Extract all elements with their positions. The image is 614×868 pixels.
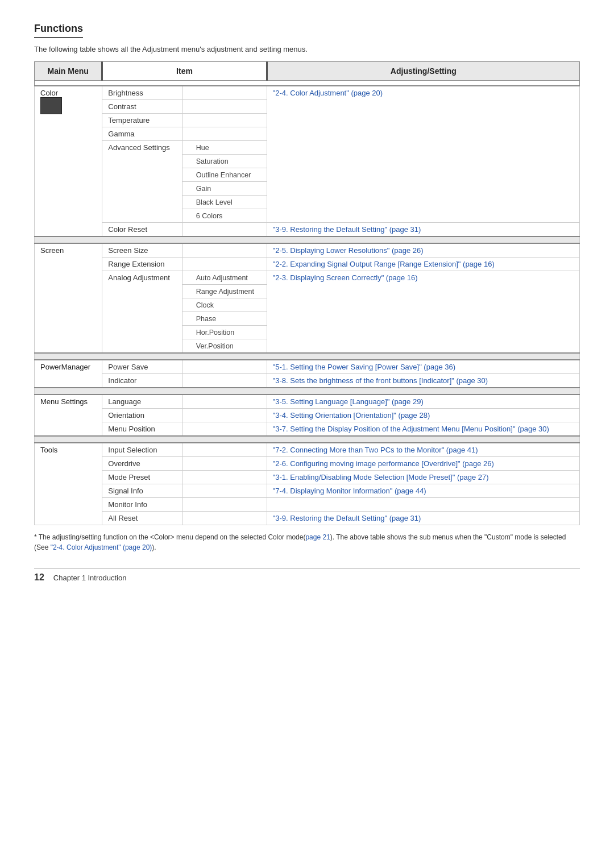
color-gamma-item: Gamma <box>102 127 182 141</box>
chapter-label: Chapter 1 Introduction <box>53 574 127 582</box>
input-sel-setting: "7-2. Connecting More than Two PCs to th… <box>267 443 579 457</box>
language-setting: "3-5. Setting Language [Language]" (page… <box>267 394 579 409</box>
horpos-sub: Hor.Position <box>182 326 267 339</box>
footnote-link2: "2-4. Color Adjustment" (page 20) <box>51 543 152 551</box>
all-reset-label: All Reset <box>108 514 138 522</box>
blacklevel-sub-item: Black Level <box>182 196 267 209</box>
brightness-label: Brightness <box>108 89 143 97</box>
range-extension-label: Range Extension <box>108 260 164 268</box>
phase-sub: Phase <box>182 312 267 326</box>
orientation-item: Orientation <box>102 409 182 422</box>
temperature-label: Temperature <box>108 116 150 124</box>
main-menu-header: Main Menu <box>35 62 102 81</box>
spacer-row <box>35 81 580 86</box>
mode-preset-row: Mode Preset "3-1. Enabling/Disabling Mod… <box>35 471 580 484</box>
mode-preset-label: Mode Preset <box>108 473 150 481</box>
indicator-row: Indicator "3-8. Sets the brightness of t… <box>35 374 580 388</box>
gain-sub-item: Gain <box>182 182 267 196</box>
gain-label: Gain <box>188 185 211 193</box>
analog-adjustment-label: Analog Adjustment <box>108 273 169 282</box>
analog-auto-row: Analog Adjustment Auto Adjustment "2-3. … <box>35 271 580 285</box>
input-sel-item: Input Selection <box>102 443 182 457</box>
gap-row-4 <box>35 436 580 443</box>
saturation-sub-item: Saturation <box>182 155 267 168</box>
color-reset-label: Color Reset <box>108 225 147 234</box>
color-section-start: Color Brightness "2-4. Color Adjustment"… <box>35 86 580 100</box>
page-footer: 12 Chapter 1 Introduction <box>34 568 580 583</box>
all-reset-setting: "3-9. Restoring the Default Setting" (pa… <box>267 512 579 525</box>
signal-info-row: Signal Info "7-4. Displaying Monitor Inf… <box>35 484 580 498</box>
input-selection-label: Input Selection <box>108 446 157 454</box>
menu-pos-setting: "3-7. Setting the Display Position of th… <box>267 422 579 437</box>
analog-adj-item: Analog Adjustment <box>102 271 182 354</box>
hue-label: Hue <box>188 144 209 152</box>
all-reset-item: All Reset <box>102 512 182 525</box>
color-reset-row: Color Reset "3-9. Restoring the Default … <box>35 223 580 237</box>
signal-info-label: Signal Info <box>108 487 143 495</box>
tools-section-start: Tools Input Selection "7-2. Connecting M… <box>35 443 580 457</box>
mode-preset-setting: "3-1. Enabling/Disabling Mode Selection … <box>267 471 579 484</box>
screen-size-item: Screen Size <box>102 243 182 258</box>
powermanager-label: PowerManager <box>40 363 90 371</box>
tools-main-menu: Tools <box>35 443 102 525</box>
monitor-info-item: Monitor Info <box>102 498 182 512</box>
color-setting-link: "2-4. Color Adjustment" (page 20) <box>267 86 579 223</box>
monitor-info-setting <box>267 498 579 512</box>
mode-preset-item: Mode Preset <box>102 471 182 484</box>
page-number: 12 <box>34 572 44 583</box>
powermanager-main-menu: PowerManager <box>35 360 102 388</box>
saturation-label: Saturation <box>188 157 229 165</box>
adjusting-setting-header: Adjusting/Setting <box>267 62 579 81</box>
overdrive-label: Overdrive <box>108 459 140 468</box>
range-adj-sub: Range Adjustment <box>182 285 267 298</box>
menu-settings-label: Menu Settings <box>40 397 88 406</box>
screen-label: Screen <box>40 246 64 255</box>
color-main-menu: Color <box>35 86 102 236</box>
functions-table: Main Menu Item Adjusting/Setting Color B… <box>34 61 580 525</box>
gap-row-1 <box>35 236 580 243</box>
orientation-row: Orientation "3-4. Setting Orientation [O… <box>35 409 580 422</box>
auto-adjustment-label: Auto Adjustment <box>188 274 248 282</box>
intro-paragraph: The following table shows all the Adjust… <box>34 45 580 53</box>
color-contrast-item: Contrast <box>102 100 182 114</box>
screen-section-start: Screen Screen Size "2-5. Displaying Lowe… <box>35 243 580 258</box>
overdrive-row: Overdrive "2-6. Configuring moving image… <box>35 457 580 471</box>
orientation-label: Orientation <box>108 411 144 420</box>
all-reset-row: All Reset "3-9. Restoring the Default Se… <box>35 512 580 525</box>
signal-info-setting: "7-4. Displaying Monitor Information" (p… <box>267 484 579 498</box>
power-save-label: Power Save <box>108 363 148 371</box>
range-adjustment-label: Range Adjustment <box>188 288 254 296</box>
page-title: Functions <box>34 23 83 38</box>
color-reset-setting: "3-9. Restoring the Default Setting" (pa… <box>267 223 579 237</box>
black-level-label: Black Level <box>188 198 233 206</box>
clock-label: Clock <box>188 301 214 309</box>
color-label: Color <box>40 89 58 97</box>
overdrive-item: Overdrive <box>102 457 182 471</box>
menu-settings-main-menu: Menu Settings <box>35 394 102 436</box>
hor-position-label: Hor.Position <box>188 329 234 337</box>
range-extension-row: Range Extension "2-2. Expanding Signal O… <box>35 258 580 271</box>
sixcolors-sub-item: 6 Colors <box>182 209 267 223</box>
menu-settings-section-start: Menu Settings Language "3-5. Setting Lan… <box>35 394 580 409</box>
verpos-sub: Ver.Position <box>182 339 267 354</box>
color-brightness-item2 <box>182 86 267 100</box>
analog-adj-setting: "2-3. Displaying Screen Correctly" (page… <box>267 271 579 354</box>
phase-label: Phase <box>188 315 216 323</box>
color-temp-item: Temperature <box>102 114 182 127</box>
power-save-item: Power Save <box>102 360 182 374</box>
language-label: Language <box>108 397 141 406</box>
indicator-setting: "3-8. Sets the brightness of the front b… <box>267 374 579 388</box>
footer-note: * The adjusting/setting function on the … <box>34 532 580 553</box>
contrast-label: Contrast <box>108 102 136 111</box>
range-ext-item: Range Extension <box>102 258 182 271</box>
monitor-info-label: Monitor Info <box>108 500 147 509</box>
language-item: Language <box>102 394 182 409</box>
six-colors-label: 6 Colors <box>188 212 223 220</box>
indicator-item: Indicator <box>102 374 182 388</box>
footnote-link1: page 21 <box>305 533 330 541</box>
item-header: Item <box>102 62 267 81</box>
color-image <box>40 97 62 114</box>
outline-sub-item: Outline Enhancer <box>182 168 267 182</box>
indicator-label: Indicator <box>108 376 136 385</box>
monitor-info-row: Monitor Info <box>35 498 580 512</box>
